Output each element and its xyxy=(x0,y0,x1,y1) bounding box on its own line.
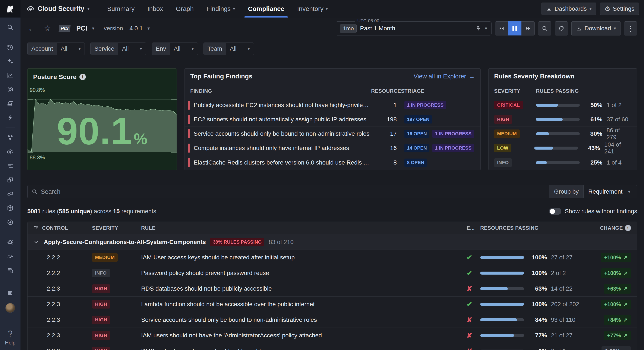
back-arrow-icon[interactable]: ← xyxy=(27,24,36,33)
dashboards-button[interactable]: Dashboards ▾ xyxy=(542,3,596,15)
tab-compliance[interactable]: Compliance xyxy=(242,0,290,18)
filter-env[interactable]: Env All▾ xyxy=(152,43,198,55)
severity-badge-cell: LOW xyxy=(494,144,534,152)
more-options-button[interactable]: ⋮ xyxy=(624,21,637,36)
pin-icon[interactable] xyxy=(475,26,481,32)
triage-badge[interactable]: 197 OPEN xyxy=(404,115,432,124)
package-icon[interactable] xyxy=(6,204,14,212)
change-badge: +100%↗ xyxy=(601,268,631,278)
col-control[interactable]: CONTROL xyxy=(28,225,82,231)
bug-icon[interactable] xyxy=(6,238,14,246)
gauge-icon[interactable] xyxy=(6,252,14,260)
severity-rows: CRITICAL50%1 of 2HIGH61%37 of 60MEDIUM30… xyxy=(488,98,637,170)
severity-row[interactable]: MEDIUM30%86 of 279 xyxy=(488,127,637,141)
triage-badge[interactable]: 1 IN PROGRESS xyxy=(432,130,474,138)
settings-label: Settings xyxy=(613,5,634,12)
search-box[interactable] xyxy=(28,185,549,198)
rule-row[interactable]: 2.2.2INFOPassword policy should prevent … xyxy=(28,265,637,281)
datadog-logo[interactable] xyxy=(0,0,20,18)
triage-badge[interactable]: 1 IN PROGRESS xyxy=(404,101,446,109)
settings-button[interactable]: ⚙ Settings xyxy=(600,3,639,15)
change-value: +84% xyxy=(607,317,621,323)
finding-row[interactable]: ElastiCache Redis clusters before versio… xyxy=(185,155,480,170)
integrations-puzzle-icon[interactable] xyxy=(6,288,14,297)
severity-row[interactable]: INFO25%1 of 4 xyxy=(488,155,637,170)
infrastructure-hex-icon[interactable] xyxy=(6,133,14,142)
cloud-cost-icon[interactable] xyxy=(6,147,14,156)
tab-summary[interactable]: Summary xyxy=(102,0,140,18)
show-rules-toggle[interactable] xyxy=(549,208,561,215)
group-by-select[interactable]: Requirement ▾ xyxy=(584,185,637,198)
requirement-group-row[interactable]: Apply-Secure-Configurations-to-All-Syste… xyxy=(28,234,637,250)
col-eval[interactable]: E... xyxy=(466,225,480,231)
chevron-down-icon[interactable]: ▾ xyxy=(148,26,150,31)
search-icon[interactable] xyxy=(6,23,14,32)
change-value: +63% xyxy=(607,286,621,292)
time-range-picker[interactable]: UTC-05:00 1mo Past 1 Month ▾ xyxy=(336,21,492,36)
sidebar-divider xyxy=(6,128,15,128)
filter-team[interactable]: Team All▾ xyxy=(204,43,254,55)
pause-button[interactable] xyxy=(508,21,522,36)
triage-badge[interactable]: 14 OPEN xyxy=(404,144,430,152)
refresh-button[interactable] xyxy=(555,21,568,36)
tab-graph[interactable]: Graph xyxy=(170,0,199,18)
apm-windows-icon[interactable] xyxy=(6,176,14,184)
rule-row[interactable]: 2.2.3HIGHRDS databases should not be pub… xyxy=(28,281,637,296)
triage-badge[interactable]: 1 IN PROGRESS xyxy=(432,144,474,152)
finding-triage: 197 OPEN xyxy=(404,115,475,124)
chevron-down-icon: ▾ xyxy=(628,189,630,194)
finding-row[interactable]: Compute instances should only have inter… xyxy=(185,141,480,155)
target-icon[interactable] xyxy=(6,85,14,94)
fail-cross-icon: ✘ xyxy=(466,285,480,293)
finding-row[interactable]: EC2 subnets should not automatically ass… xyxy=(185,112,480,127)
finding-row[interactable]: Service accounts should only be bound to… xyxy=(185,127,480,141)
view-all-link[interactable]: View all in Explorer → xyxy=(414,73,475,80)
user-avatar[interactable] xyxy=(5,303,15,313)
filter-account[interactable]: Account All▾ xyxy=(27,43,85,55)
col-resources-passing[interactable]: RESOURCES PASSING xyxy=(480,225,583,231)
metrics-chart-icon[interactable] xyxy=(6,71,14,80)
history-icon[interactable] xyxy=(6,43,14,52)
chevron-down-icon[interactable]: ▾ xyxy=(92,26,94,31)
forward-button[interactable] xyxy=(522,21,535,36)
service-link-icon[interactable] xyxy=(6,190,14,198)
download-button[interactable]: Download ▾ xyxy=(572,21,620,36)
tab-findings[interactable]: Findings▾ xyxy=(201,0,241,18)
info-icon[interactable]: i xyxy=(625,225,631,231)
layers-icon[interactable] xyxy=(6,99,14,108)
product-switcher[interactable]: Cloud Security ▾ xyxy=(26,0,90,18)
kebab-icon: ⋮ xyxy=(627,24,634,33)
zoom-out-button[interactable] xyxy=(538,21,551,36)
severity-row[interactable]: LOW43%104 of 241 xyxy=(488,141,637,155)
info-icon[interactable]: i xyxy=(80,74,86,80)
filter-service[interactable]: Service All▾ xyxy=(90,43,146,55)
severity-row[interactable]: HIGH61%37 of 60 xyxy=(488,112,637,127)
rule-row[interactable]: 2.2.3HIGHService accounts should only be… xyxy=(28,312,637,327)
favorite-star-icon[interactable]: ☆ xyxy=(44,24,51,33)
triage-badge[interactable]: 16 OPEN xyxy=(404,130,430,138)
rewind-button[interactable] xyxy=(495,21,508,36)
triage-badge[interactable]: 8 OPEN xyxy=(404,159,427,167)
col-change[interactable]: CHANGE i xyxy=(583,225,637,231)
resources-passing-count: 21 of 27 xyxy=(551,332,572,339)
bolt-icon[interactable] xyxy=(6,114,14,122)
search-input[interactable] xyxy=(41,188,545,195)
severity-row[interactable]: CRITICAL50%1 of 2 xyxy=(488,98,637,112)
finding-row[interactable]: Publicly accessible EC2 instances should… xyxy=(185,98,480,112)
rule-row[interactable]: 2.2.2MEDIUMIAM User access keys should b… xyxy=(28,250,637,265)
help-button[interactable]: ? Help xyxy=(5,325,15,346)
tab-inventory[interactable]: Inventory▾ xyxy=(292,0,333,18)
sparkles-icon[interactable] xyxy=(6,57,14,66)
compass-star-icon[interactable] xyxy=(6,218,14,226)
rule-row[interactable]: 2.2.3HIGHLambda function should not be a… xyxy=(28,296,637,312)
pass-check-icon: ✔ xyxy=(466,269,480,277)
col-rule[interactable]: RULE xyxy=(133,225,466,231)
logs-icon[interactable] xyxy=(6,162,14,170)
audit-list-icon[interactable] xyxy=(6,266,14,275)
rule-row[interactable]: 2.2.3HIGHDMS replication instances shoul… xyxy=(28,343,637,350)
tab-inbox[interactable]: Inbox xyxy=(142,0,168,18)
rules-passing-bar-fill xyxy=(536,161,547,164)
rule-row[interactable]: 2.2.3HIGHIAM users should not have the '… xyxy=(28,327,637,343)
rules-passing-pct: 50% xyxy=(584,102,602,109)
col-severity[interactable]: SEVERITY xyxy=(82,225,133,231)
